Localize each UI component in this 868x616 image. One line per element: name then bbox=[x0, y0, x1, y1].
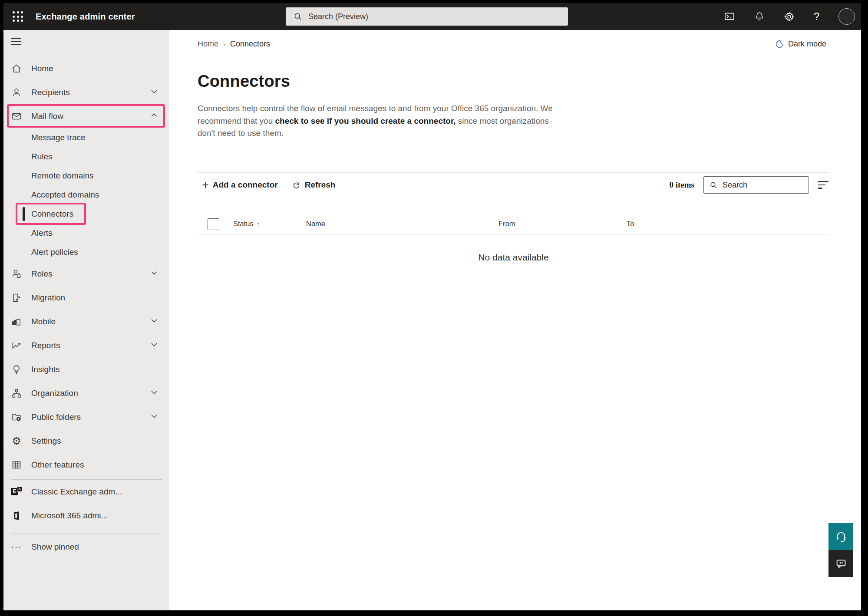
insights-lightbulb-icon bbox=[11, 364, 22, 375]
nav-list-pinned: ··· Show pinned bbox=[3, 535, 169, 559]
refresh-icon bbox=[292, 181, 301, 190]
column-header-name[interactable]: Name bbox=[306, 220, 325, 228]
support-button-stack bbox=[828, 523, 853, 577]
sidebar-item-public-folders[interactable]: Public folders bbox=[3, 405, 169, 429]
sidebar-item-alert-policies[interactable]: Alert policies bbox=[3, 243, 169, 262]
sidebar-item-migration[interactable]: Migration bbox=[3, 286, 169, 310]
chevron-down-icon bbox=[150, 388, 158, 399]
exchange-admin-window: Exchange admin center bbox=[3, 3, 861, 610]
column-header-from[interactable]: From bbox=[498, 220, 515, 228]
table-header: Status↑ Name From To bbox=[198, 217, 829, 235]
column-header-status[interactable]: Status↑ bbox=[233, 220, 260, 228]
sidebar-item-classic-exchange[interactable]: E✕ Classic Exchange adm... bbox=[3, 480, 169, 504]
sidebar-item-recipients[interactable]: Recipients bbox=[3, 80, 169, 104]
settings-gear-icon[interactable] bbox=[784, 11, 795, 22]
sidebar-item-organization[interactable]: Organization bbox=[3, 381, 169, 405]
sidebar-item-alerts[interactable]: Alerts bbox=[3, 224, 169, 243]
feedback-chat-button[interactable] bbox=[828, 550, 853, 577]
sidebar-item-settings[interactable]: ⚙ Settings bbox=[3, 429, 169, 453]
home-icon bbox=[11, 63, 22, 74]
list-search-input[interactable] bbox=[723, 181, 801, 190]
sort-ascending-icon: ↑ bbox=[257, 220, 260, 227]
sidebar-item-connectors[interactable]: Connectors bbox=[3, 204, 169, 224]
plus-icon: + bbox=[202, 181, 209, 189]
sidebar-item-show-pinned[interactable]: ··· Show pinned bbox=[3, 535, 169, 559]
select-all-checkbox[interactable] bbox=[208, 218, 219, 230]
sidebar-item-label: Home bbox=[31, 64, 53, 73]
description-emphasis: check to see if you should create a conn… bbox=[275, 116, 455, 125]
add-connector-button[interactable]: + Add a connector bbox=[202, 180, 278, 190]
sidebar-item-accepted-domains[interactable]: Accepted domains bbox=[3, 185, 169, 204]
sidebar-item-home[interactable]: Home bbox=[3, 56, 169, 80]
dark-mode-toggle[interactable]: Dark mode bbox=[775, 40, 826, 49]
sidebar-item-label: Recipients bbox=[31, 88, 70, 97]
refresh-button[interactable]: Refresh bbox=[292, 180, 336, 190]
sidebar-item-message-trace[interactable]: Message trace bbox=[3, 128, 169, 147]
items-count: 0 items bbox=[669, 180, 694, 190]
reports-icon bbox=[11, 340, 22, 351]
chevron-up-icon bbox=[150, 111, 158, 122]
exchange-logo-icon: E✕ bbox=[11, 486, 22, 497]
list-search[interactable] bbox=[703, 176, 809, 194]
sidebar-item-label: Classic Exchange adm... bbox=[31, 487, 122, 497]
sidebar-item-label: Alerts bbox=[31, 228, 53, 238]
suite-header-actions: ? bbox=[724, 3, 855, 30]
chevron-down-icon bbox=[150, 268, 158, 279]
page-description: Connectors help control the flow of emai… bbox=[198, 102, 566, 140]
suite-search-input[interactable] bbox=[308, 12, 534, 21]
account-avatar[interactable] bbox=[838, 8, 855, 25]
column-header-to[interactable]: To bbox=[627, 220, 634, 228]
breadcrumb-current: Connectors bbox=[230, 40, 270, 49]
mobile-icon bbox=[11, 316, 22, 327]
suite-search[interactable] bbox=[286, 7, 568, 26]
window-frame: Exchange admin center bbox=[0, 0, 868, 616]
breadcrumb-home-link[interactable]: Home bbox=[198, 40, 218, 49]
main-content: Home › Connectors Dark mode Connectors C… bbox=[169, 30, 861, 610]
help-support-button[interactable] bbox=[828, 523, 853, 550]
mail-icon bbox=[11, 111, 22, 122]
sidebar-item-other-features[interactable]: Other features bbox=[3, 453, 169, 477]
microsoft-365-logo-icon bbox=[11, 510, 22, 521]
chevron-down-icon bbox=[150, 340, 158, 351]
selected-item-indicator bbox=[23, 207, 25, 221]
more-dots-icon: ··· bbox=[11, 541, 22, 553]
sidebar-item-label: Show pinned bbox=[31, 542, 79, 552]
cloud-shell-icon[interactable] bbox=[724, 11, 735, 22]
sidebar-item-remote-domains[interactable]: Remote domains bbox=[3, 166, 169, 185]
roles-icon bbox=[11, 268, 22, 280]
sidebar-item-label: Accepted domains bbox=[31, 190, 99, 200]
sidebar-item-mail-flow[interactable]: Mail flow bbox=[3, 104, 169, 128]
sidebar-item-label: Mail flow bbox=[31, 112, 63, 121]
app-title: Exchange admin center bbox=[36, 12, 135, 22]
empty-state-message: No data available bbox=[198, 252, 829, 263]
nav-collapse-icon[interactable] bbox=[11, 38, 22, 45]
sidebar-item-roles[interactable]: Roles bbox=[3, 262, 169, 286]
app-launcher-icon[interactable] bbox=[8, 7, 28, 26]
chevron-down-icon bbox=[150, 87, 158, 98]
sidebar-item-reports[interactable]: Reports bbox=[3, 333, 169, 357]
sidebar-item-label: Message trace bbox=[31, 133, 86, 142]
left-nav: Home Recipients bbox=[3, 30, 169, 610]
sidebar-item-label: Microsoft 365 admi... bbox=[31, 511, 108, 520]
filter-icon[interactable] bbox=[818, 181, 829, 189]
sidebar-item-label: Remote domains bbox=[31, 171, 94, 181]
sidebar-item-label: Migration bbox=[31, 293, 65, 303]
nav-list-external: E✕ Classic Exchange adm... Microsoft 365… bbox=[3, 480, 169, 527]
grid-table-icon bbox=[11, 459, 22, 471]
sidebar-item-insights[interactable]: Insights bbox=[3, 357, 169, 381]
annotation-box-mail-flow bbox=[7, 104, 165, 128]
nav-list: Home Recipients bbox=[3, 56, 169, 477]
search-icon bbox=[710, 181, 717, 189]
help-icon[interactable]: ? bbox=[814, 11, 819, 23]
sidebar-item-rules[interactable]: Rules bbox=[3, 147, 169, 166]
sidebar-item-label: Rules bbox=[31, 152, 53, 161]
sidebar-item-label: Insights bbox=[31, 365, 59, 374]
sidebar-item-mobile[interactable]: Mobile bbox=[3, 310, 169, 333]
notifications-bell-icon[interactable] bbox=[754, 11, 765, 22]
chat-bubble-icon bbox=[835, 557, 847, 570]
sidebar-item-microsoft-365-admin[interactable]: Microsoft 365 admi... bbox=[3, 504, 169, 527]
page-title: Connectors bbox=[198, 71, 829, 91]
breadcrumb: Home › Connectors bbox=[198, 40, 270, 49]
migration-icon bbox=[11, 292, 22, 303]
headset-icon bbox=[835, 530, 848, 543]
